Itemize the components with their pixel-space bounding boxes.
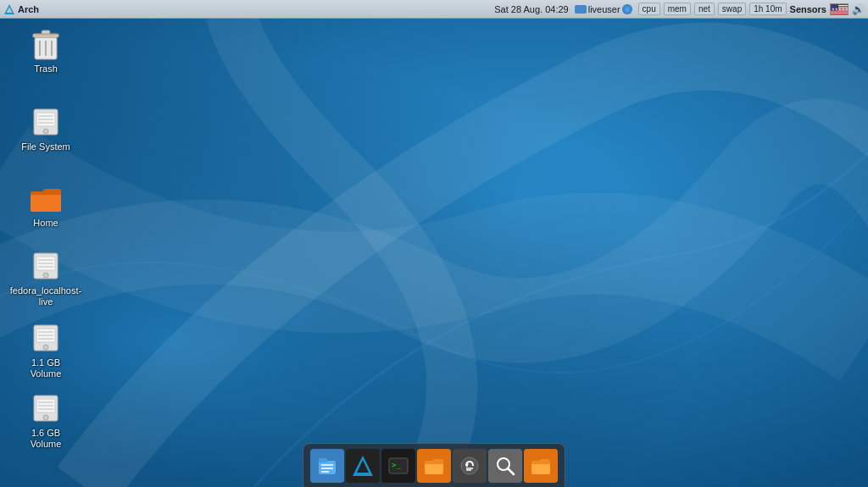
username: liveuser [588,4,620,14]
fedora-icon-desktop[interactable]: fedora_localhost-live [8,246,83,311]
desktop: Arch Sat 28 Aug. 04:29 liveuser cpu mem … [0,0,868,487]
svg-point-59 [461,457,478,474]
svg-rect-25 [33,34,58,36]
panel-left: Arch [0,3,39,15]
filesystem-icon-desktop[interactable]: File System [12,102,80,156]
trash-icon-desktop[interactable]: Trash [12,24,80,78]
svg-rect-13 [831,12,849,13]
panel-right: Sat 28 Aug. 04:29 liveuser cpu mem net s… [494,3,868,15]
network-icon [622,4,632,14]
flag-icon: ★★★★★★ [830,3,849,15]
taskbar-files-button[interactable] [310,449,344,483]
time-badge[interactable]: 1h 10m [749,3,786,15]
taskbar-folder-button[interactable] [417,449,451,483]
panel-datetime: Sat 28 Aug. 04:29 [494,4,568,14]
svg-point-31 [43,129,48,134]
home-image [29,181,63,215]
arch-label: Arch [18,4,39,14]
filesystem-image [29,105,63,139]
taskbar-folder2-button[interactable] [524,449,558,483]
filesystem-label: File System [21,141,70,152]
taskbar-terminal-button[interactable]: >_ [381,449,415,483]
cpu-badge[interactable]: cpu [638,3,660,15]
trash-label: Trash [34,64,58,75]
user-indicator[interactable]: liveuser [572,3,635,15]
home-label: Home [33,218,58,229]
svg-rect-24 [42,30,50,34]
arch-icon [3,3,15,15]
svg-text:★★★★★★: ★★★★★★ [832,6,849,10]
volume1-image [29,321,63,355]
volume-icon[interactable]: 🔊 [852,3,865,15]
svg-rect-12 [831,11,849,12]
svg-line-64 [508,468,514,474]
arch-logo[interactable]: Arch [3,3,39,15]
net-badge[interactable]: net [694,3,715,15]
svg-rect-51 [319,458,327,462]
monitor-icon [575,5,587,14]
trash-image [29,27,63,61]
svg-rect-15 [831,14,849,14]
fedora-image [29,249,63,283]
swap-badge[interactable]: swap [718,3,746,15]
svg-text:>_: >_ [392,461,401,469]
volume1-label: 1.1 GB Volume [15,357,76,379]
top-panel: Arch Sat 28 Aug. 04:29 liveuser cpu mem … [0,0,868,19]
mem-badge[interactable]: mem [664,3,691,15]
fedora-label: fedora_localhost-live [10,285,81,307]
volume1-icon-desktop[interactable]: 1.1 GB Volume [12,318,80,383]
home-icon-desktop[interactable]: Home [12,178,80,232]
desktop-background [0,0,868,487]
taskbar-arch-button[interactable] [346,449,380,483]
sensors-label[interactable]: Sensors [790,4,826,14]
svg-point-37 [43,273,48,278]
svg-point-43 [43,345,48,350]
volume2-icon-desktop[interactable]: 1.6 GB Volume [12,388,80,453]
svg-rect-11 [831,10,849,11]
taskbar-search-button[interactable] [488,449,522,483]
svg-rect-14 [831,13,849,14]
svg-point-49 [43,415,48,420]
taskbar: >_ [303,443,565,487]
taskbar-backup-button[interactable] [453,449,487,483]
volume2-label: 1.6 GB Volume [15,428,76,450]
volume2-image [29,391,63,425]
